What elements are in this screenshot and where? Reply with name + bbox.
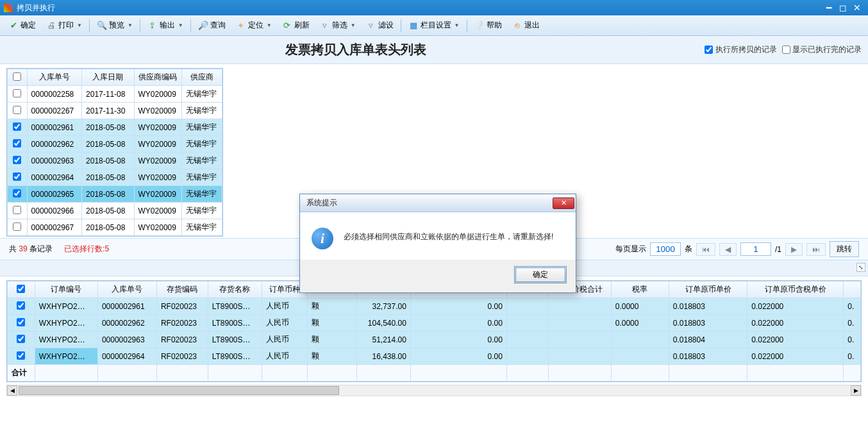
- dialog-ok-button[interactable]: 确定: [514, 266, 567, 283]
- dialog-body: i 必须选择相同供应商和立账依据的单据进行生单，请重新选择!: [300, 212, 576, 260]
- dialog-title: 系统提示: [306, 197, 337, 208]
- modal-overlay: 系统提示 ✕ i 必须选择相同供应商和立账依据的单据进行生单，请重新选择! 确定: [0, 0, 868, 445]
- system-dialog: 系统提示 ✕ i 必须选择相同供应商和立账依据的单据进行生单，请重新选择! 确定: [299, 194, 576, 293]
- dialog-titlebar: 系统提示 ✕: [300, 194, 576, 212]
- dialog-message: 必须选择相同供应商和立账依据的单据进行生单，请重新选择!: [344, 228, 553, 242]
- info-icon: i: [312, 228, 333, 249]
- dialog-footer: 确定: [300, 260, 576, 292]
- dialog-close-button[interactable]: ✕: [553, 197, 574, 209]
